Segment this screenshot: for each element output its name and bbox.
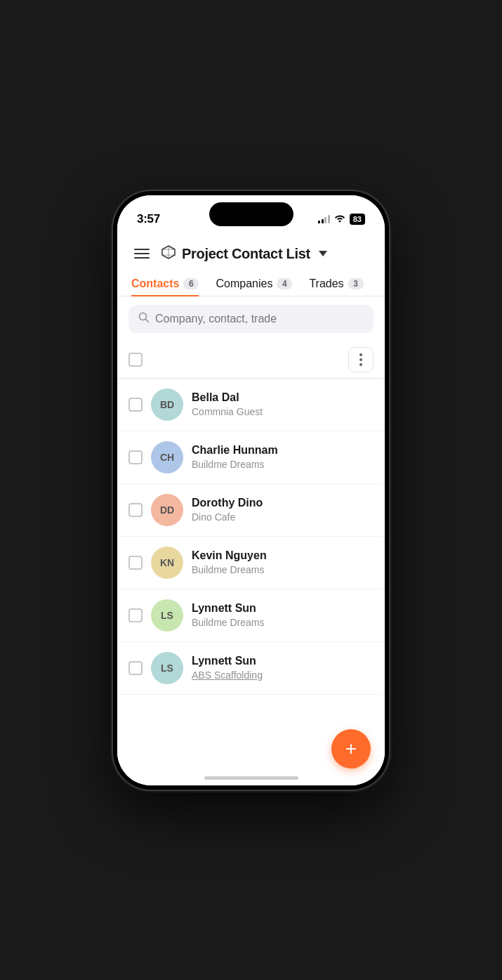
tab-contacts-badge: 6 [183,278,199,289]
avatar: LS [151,652,183,684]
tab-trades-label: Trades [309,277,343,290]
contact-info: Lynnett Sun Buildme Dreams [192,602,374,628]
tab-companies-badge: 4 [277,278,292,289]
contact-name: Dorothy Dino [192,497,374,509]
list-item[interactable]: LS Lynnett Sun Buildme Dreams [117,589,385,642]
wifi-icon [334,214,345,224]
contact-name: Charlie Hunnam [192,444,374,457]
dynamic-island [209,202,293,226]
header: Project Contact List [117,233,385,263]
menu-button[interactable] [131,246,152,261]
contact-info: Lynnett Sun ABS Scaffolding [192,655,374,681]
avatar: LS [151,599,183,632]
status-bar: 3:57 83 [117,195,385,233]
list-item[interactable]: LS Lynnett Sun ABS Scaffolding [117,642,385,695]
add-contact-button[interactable]: + [331,729,371,769]
search-box [128,305,374,333]
battery-icon: 83 [350,214,365,225]
contact-name: Kevin Nguyen [192,549,374,562]
status-icons: 83 [318,214,365,225]
tab-contacts[interactable]: Contacts 6 [131,272,199,296]
contact-checkbox[interactable] [128,450,143,464]
tab-companies[interactable]: Companies 4 [216,272,292,296]
avatar: KN [151,547,183,579]
contact-info: Charlie Hunnam Buildme Dreams [192,444,374,470]
phone-screen: 3:57 83 [117,195,385,785]
contact-company: Buildme Dreams [192,617,374,628]
header-title-area: Project Contact List [161,244,371,263]
svg-line-5 [146,319,149,322]
contact-info: Dorothy Dino Dino Cafe [192,497,374,523]
app-content: Project Contact List Contacts 6 Companie… [117,233,385,785]
contact-checkbox[interactable] [128,608,143,622]
contact-company: Commnia Guest [192,406,374,417]
search-container [117,296,385,341]
contact-company: Dino Cafe [192,511,374,523]
chevron-down-icon[interactable] [319,251,327,256]
select-all-checkbox[interactable] [128,353,143,367]
home-indicator [204,776,298,780]
tab-trades[interactable]: Trades 3 [309,272,363,296]
contact-name: Lynnett Sun [192,655,374,667]
more-options-button[interactable] [348,347,374,372]
tab-trades-badge: 3 [348,278,364,289]
contact-name: Lynnett Sun [192,602,374,615]
plus-icon: + [345,739,357,759]
contact-checkbox[interactable] [128,661,143,675]
list-item[interactable]: BD Bella Dal Commnia Guest [117,379,385,431]
contact-list: BD Bella Dal Commnia Guest CH Charlie Hu… [117,379,385,695]
tabs-container: Contacts 6 Companies 4 Trades 3 [117,263,385,296]
contact-checkbox[interactable] [128,556,143,570]
contact-company: ABS Scaffolding [192,669,374,681]
list-item[interactable]: DD Dorothy Dino Dino Cafe [117,484,385,537]
contact-checkbox[interactable] [128,503,143,517]
avatar: BD [151,388,183,421]
avatar: DD [151,494,183,526]
more-dots-icon [359,353,362,366]
contact-company: Buildme Dreams [192,564,374,575]
list-item[interactable]: KN Kevin Nguyen Buildme Dreams [117,537,385,589]
contact-info: Bella Dal Commnia Guest [192,391,374,417]
avatar: CH [151,441,183,473]
list-header [117,341,385,379]
contact-checkbox[interactable] [128,398,143,412]
tab-companies-label: Companies [216,277,272,290]
search-input[interactable] [155,313,364,325]
search-icon [138,312,150,326]
contact-info: Kevin Nguyen Buildme Dreams [192,549,374,575]
list-item[interactable]: CH Charlie Hunnam Buildme Dreams [117,431,385,484]
header-title: Project Contact List [182,246,310,262]
signal-icon [318,215,330,223]
cube-icon [161,244,176,263]
phone-frame: 3:57 83 [113,191,389,790]
status-time: 3:57 [137,212,160,226]
contact-name: Bella Dal [192,391,374,404]
contact-company: Buildme Dreams [192,459,374,470]
tab-contacts-label: Contacts [131,277,179,290]
